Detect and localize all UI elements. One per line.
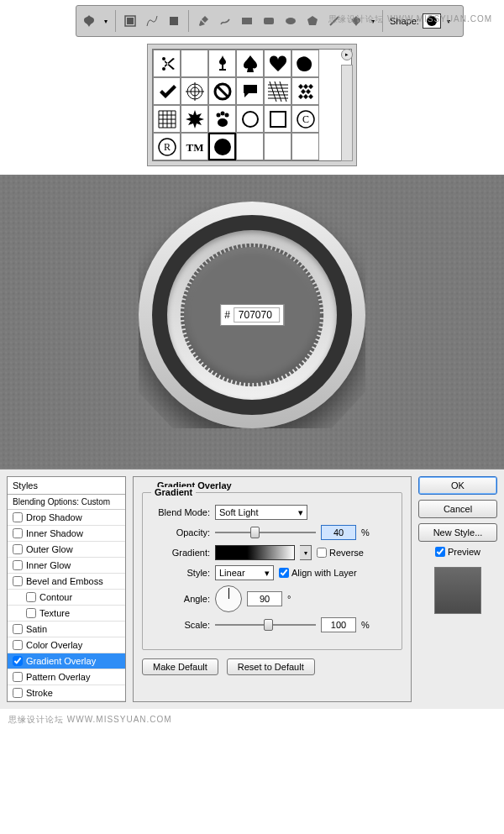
shape-checker-icon[interactable] — [291, 77, 319, 105]
chevron-down-icon: ▾ — [298, 507, 303, 518]
checkbox[interactable] — [13, 640, 23, 650]
picker-flyout-icon[interactable]: ▸ — [341, 49, 353, 60]
angle-input[interactable] — [247, 591, 282, 606]
new-style-button[interactable]: New Style... — [418, 523, 497, 542]
style-contour[interactable]: Contour — [8, 590, 125, 606]
shape-empty[interactable] — [291, 133, 319, 160]
scale-input[interactable] — [321, 617, 356, 632]
pen-icon[interactable] — [194, 12, 213, 30]
angle-dial[interactable] — [215, 585, 242, 612]
knob: # 707070 — [139, 202, 365, 428]
freeform-pen-icon[interactable] — [216, 12, 234, 30]
checkbox[interactable] — [13, 624, 23, 634]
fill-pixels-icon[interactable] — [165, 12, 183, 30]
checkbox[interactable] — [13, 576, 23, 586]
style-satin[interactable]: Satin — [8, 622, 125, 637]
tool-preset-dropdown-icon[interactable]: ▾ — [102, 13, 110, 29]
style-inner-shadow[interactable]: Inner Shadow — [8, 526, 125, 542]
gradient-swatch[interactable] — [215, 545, 295, 560]
shape-scissors-icon[interactable] — [153, 50, 181, 77]
shape-check-icon[interactable] — [153, 77, 181, 105]
scale-slider[interactable] — [215, 619, 316, 631]
hex-value[interactable]: 707070 — [234, 307, 280, 323]
gradient-style-select[interactable]: Linear▾ — [215, 565, 274, 580]
shape-picker-dropdown-icon[interactable]: ▾ — [444, 13, 453, 29]
shape-empty[interactable] — [264, 133, 291, 160]
reverse-checkbox[interactable]: Reverse — [317, 548, 364, 558]
shape-ring-icon[interactable] — [236, 105, 264, 133]
style-label: Stroke — [26, 688, 53, 698]
shape-grid-icon[interactable] — [153, 105, 181, 133]
checkbox[interactable] — [26, 592, 36, 602]
shape-heart-icon[interactable] — [264, 50, 291, 77]
ok-button[interactable]: OK — [418, 476, 497, 495]
paths-icon[interactable] — [143, 12, 161, 30]
svg-point-14 — [216, 113, 220, 117]
shape-blank-icon[interactable] — [181, 50, 208, 77]
rounded-rectangle-icon[interactable] — [260, 12, 278, 30]
blend-mode-select[interactable]: Soft Light▾ — [215, 505, 307, 520]
shape-square-icon[interactable] — [264, 105, 291, 133]
shape-circle-icon[interactable] — [208, 133, 236, 160]
style-bevel-emboss[interactable]: Bevel and Emboss — [8, 574, 125, 590]
shape-blob-icon[interactable] — [291, 50, 319, 77]
shape-burst-icon[interactable] — [181, 105, 208, 133]
rectangle-icon[interactable] — [238, 12, 256, 30]
reset-default-button[interactable]: Reset to Default — [227, 658, 315, 675]
polygon-icon[interactable] — [303, 12, 322, 30]
shape-spade-icon[interactable] — [236, 50, 264, 77]
picker-scrollbar[interactable] — [341, 65, 353, 161]
shape-options-dropdown-icon[interactable]: ▾ — [369, 13, 377, 29]
style-drop-shadow[interactable]: Drop Shadow — [8, 510, 125, 526]
ellipse-icon[interactable] — [281, 12, 300, 30]
style-inner-glow[interactable]: Inner Glow — [8, 558, 125, 574]
style-label: Color Overlay — [26, 640, 82, 650]
custom-shape-icon[interactable] — [347, 12, 365, 30]
align-layer-checkbox[interactable]: Align with Layer — [279, 568, 357, 578]
shape-copyright-icon[interactable]: C — [291, 105, 319, 133]
shape-paw-icon[interactable] — [208, 105, 236, 133]
opacity-unit: % — [361, 527, 370, 538]
shape-preview-swatch[interactable] — [423, 13, 441, 29]
gradient-dropdown-icon[interactable]: ▾ — [300, 545, 312, 560]
shape-registered-icon[interactable]: R — [153, 133, 181, 160]
style-texture[interactable]: Texture — [8, 606, 125, 622]
opacity-input[interactable] — [321, 525, 356, 540]
opacity-slider[interactable] — [215, 527, 316, 538]
styles-header[interactable]: Styles — [8, 477, 125, 495]
styles-list: Styles Blending Options: Custom Drop Sha… — [7, 476, 126, 702]
style-outer-glow[interactable]: Outer Glow — [8, 542, 125, 558]
checkbox[interactable] — [13, 544, 23, 554]
shape-target-icon[interactable] — [181, 77, 208, 105]
shape-grid: C R TM — [152, 49, 352, 161]
blending-options-row[interactable]: Blending Options: Custom — [8, 495, 125, 510]
make-default-button[interactable]: Make Default — [142, 658, 218, 675]
shape-no-icon[interactable] — [208, 77, 236, 105]
custom-shape-tool-icon[interactable] — [80, 12, 98, 30]
preview-checkbox[interactable]: Preview — [418, 547, 497, 557]
checkbox[interactable] — [13, 512, 23, 522]
svg-point-17 — [218, 118, 228, 127]
line-icon[interactable] — [325, 12, 344, 30]
shape-hatch-icon[interactable] — [264, 77, 291, 105]
cancel-button[interactable]: Cancel — [418, 500, 497, 518]
style-color-overlay[interactable]: Color Overlay — [8, 637, 125, 653]
footer-watermark: 思缘设计论坛 WWW.MISSYUAN.COM — [0, 709, 504, 731]
checkbox[interactable] — [13, 528, 23, 538]
shape-layers-icon[interactable] — [121, 12, 139, 30]
svg-line-7 — [330, 17, 339, 25]
shape-speech-icon[interactable] — [236, 77, 264, 105]
style-pattern-overlay[interactable]: Pattern Overlay — [8, 669, 125, 685]
svg-rect-4 — [264, 18, 274, 24]
checkbox[interactable] — [13, 688, 23, 698]
shape-fleur-icon[interactable] — [208, 50, 236, 77]
checkbox[interactable] — [13, 656, 23, 666]
svg-point-25 — [214, 139, 231, 155]
style-gradient-overlay[interactable]: Gradient Overlay — [8, 653, 125, 669]
style-stroke[interactable]: Stroke — [8, 685, 125, 701]
checkbox[interactable] — [26, 608, 36, 618]
shape-trademark-icon[interactable]: TM — [181, 133, 208, 160]
checkbox[interactable] — [13, 672, 23, 682]
checkbox[interactable] — [13, 560, 23, 570]
shape-empty[interactable] — [236, 133, 264, 160]
